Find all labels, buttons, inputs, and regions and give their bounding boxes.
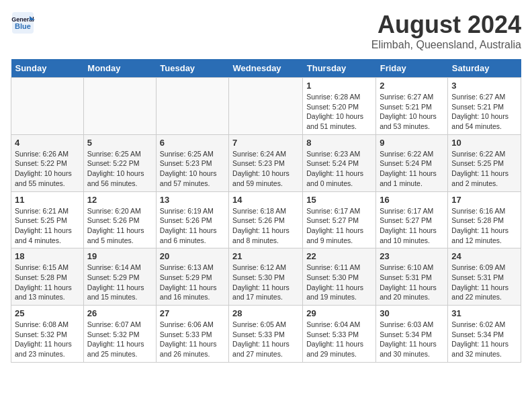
weekday-header-monday: Monday bbox=[83, 59, 156, 78]
calendar-body: 1Sunrise: 6:28 AM Sunset: 5:20 PM Daylig… bbox=[11, 78, 521, 363]
day-number: 22 bbox=[306, 251, 372, 261]
day-number: 21 bbox=[232, 251, 299, 261]
svg-text:Blue: Blue bbox=[15, 22, 31, 30]
day-info: Sunrise: 6:13 AM Sunset: 5:29 PM Dayligh… bbox=[160, 263, 225, 302]
day-number: 20 bbox=[160, 251, 225, 261]
day-info: Sunrise: 6:17 AM Sunset: 5:27 PM Dayligh… bbox=[380, 206, 444, 246]
day-number: 2 bbox=[380, 81, 444, 91]
calendar-cell: 3Sunrise: 6:27 AM Sunset: 5:21 PM Daylig… bbox=[448, 78, 521, 135]
day-info: Sunrise: 6:05 AM Sunset: 5:33 PM Dayligh… bbox=[232, 320, 299, 359]
day-info: Sunrise: 6:04 AM Sunset: 5:33 PM Dayligh… bbox=[306, 320, 372, 359]
weekday-header-row: SundayMondayTuesdayWednesdayThursdayFrid… bbox=[11, 59, 521, 78]
day-number: 7 bbox=[232, 138, 299, 148]
calendar-cell: 1Sunrise: 6:28 AM Sunset: 5:20 PM Daylig… bbox=[303, 78, 376, 135]
day-info: Sunrise: 6:20 AM Sunset: 5:26 PM Dayligh… bbox=[87, 206, 152, 246]
day-number: 30 bbox=[380, 308, 444, 318]
weekday-header-tuesday: Tuesday bbox=[156, 59, 228, 78]
calendar-cell: 28Sunrise: 6:05 AM Sunset: 5:33 PM Dayli… bbox=[229, 306, 303, 363]
calendar-cell bbox=[229, 78, 303, 135]
day-info: Sunrise: 6:10 AM Sunset: 5:31 PM Dayligh… bbox=[380, 263, 444, 302]
calendar-cell: 13Sunrise: 6:19 AM Sunset: 5:26 PM Dayli… bbox=[156, 191, 228, 248]
calendar-cell: 14Sunrise: 6:18 AM Sunset: 5:26 PM Dayli… bbox=[229, 191, 303, 248]
day-info: Sunrise: 6:06 AM Sunset: 5:33 PM Dayligh… bbox=[160, 320, 225, 359]
day-info: Sunrise: 6:22 AM Sunset: 5:24 PM Dayligh… bbox=[380, 149, 444, 189]
day-number: 1 bbox=[306, 81, 372, 91]
calendar-cell bbox=[156, 78, 228, 135]
day-info: Sunrise: 6:18 AM Sunset: 5:26 PM Dayligh… bbox=[232, 206, 299, 246]
calendar-cell: 16Sunrise: 6:17 AM Sunset: 5:27 PM Dayli… bbox=[376, 191, 448, 248]
weekday-header-saturday: Saturday bbox=[448, 59, 521, 78]
day-number: 8 bbox=[306, 138, 372, 148]
calendar-cell: 2Sunrise: 6:27 AM Sunset: 5:21 PM Daylig… bbox=[376, 78, 448, 135]
week-row-3: 11Sunrise: 6:21 AM Sunset: 5:25 PM Dayli… bbox=[11, 191, 521, 248]
calendar-title: August 2024 bbox=[371, 11, 521, 39]
calendar-cell: 21Sunrise: 6:12 AM Sunset: 5:30 PM Dayli… bbox=[229, 248, 303, 306]
day-number: 18 bbox=[15, 251, 80, 261]
day-info: Sunrise: 6:28 AM Sunset: 5:20 PM Dayligh… bbox=[306, 92, 372, 132]
day-number: 27 bbox=[160, 308, 225, 318]
weekday-header-friday: Friday bbox=[376, 59, 448, 78]
day-info: Sunrise: 6:23 AM Sunset: 5:24 PM Dayligh… bbox=[306, 149, 372, 189]
day-info: Sunrise: 6:15 AM Sunset: 5:28 PM Dayligh… bbox=[15, 263, 80, 302]
calendar-cell: 10Sunrise: 6:22 AM Sunset: 5:25 PM Dayli… bbox=[448, 134, 521, 191]
day-number: 25 bbox=[15, 308, 80, 318]
calendar-cell: 26Sunrise: 6:07 AM Sunset: 5:32 PM Dayli… bbox=[83, 306, 156, 363]
calendar-subtitle: Elimbah, Queensland, Australia bbox=[371, 39, 521, 51]
logo-icon: General Blue bbox=[11, 11, 35, 35]
calendar-table: SundayMondayTuesdayWednesdayThursdayFrid… bbox=[11, 59, 521, 363]
day-number: 6 bbox=[160, 138, 225, 148]
calendar-cell: 12Sunrise: 6:20 AM Sunset: 5:26 PM Dayli… bbox=[83, 191, 156, 248]
weekday-header-thursday: Thursday bbox=[303, 59, 376, 78]
day-info: Sunrise: 6:24 AM Sunset: 5:23 PM Dayligh… bbox=[232, 149, 299, 189]
day-number: 15 bbox=[306, 195, 372, 205]
day-info: Sunrise: 6:27 AM Sunset: 5:21 PM Dayligh… bbox=[380, 92, 444, 132]
day-number: 16 bbox=[380, 195, 444, 205]
page-header: General Blue August 2024 Elimbah, Queens… bbox=[11, 11, 521, 51]
weekday-header-wednesday: Wednesday bbox=[229, 59, 303, 78]
day-info: Sunrise: 6:19 AM Sunset: 5:26 PM Dayligh… bbox=[160, 206, 225, 246]
day-info: Sunrise: 6:11 AM Sunset: 5:30 PM Dayligh… bbox=[306, 263, 372, 302]
calendar-cell: 6Sunrise: 6:25 AM Sunset: 5:23 PM Daylig… bbox=[156, 134, 228, 191]
day-number: 26 bbox=[87, 308, 152, 318]
day-info: Sunrise: 6:03 AM Sunset: 5:34 PM Dayligh… bbox=[380, 320, 444, 359]
day-info: Sunrise: 6:25 AM Sunset: 5:23 PM Dayligh… bbox=[160, 149, 225, 189]
week-row-1: 1Sunrise: 6:28 AM Sunset: 5:20 PM Daylig… bbox=[11, 78, 521, 135]
day-number: 11 bbox=[15, 195, 80, 205]
calendar-cell: 19Sunrise: 6:14 AM Sunset: 5:29 PM Dayli… bbox=[83, 248, 156, 306]
calendar-cell: 9Sunrise: 6:22 AM Sunset: 5:24 PM Daylig… bbox=[376, 134, 448, 191]
day-number: 4 bbox=[15, 138, 80, 148]
calendar-cell: 4Sunrise: 6:26 AM Sunset: 5:22 PM Daylig… bbox=[11, 134, 84, 191]
day-info: Sunrise: 6:12 AM Sunset: 5:30 PM Dayligh… bbox=[232, 263, 299, 302]
calendar-cell: 8Sunrise: 6:23 AM Sunset: 5:24 PM Daylig… bbox=[303, 134, 376, 191]
day-info: Sunrise: 6:17 AM Sunset: 5:27 PM Dayligh… bbox=[306, 206, 372, 246]
week-row-2: 4Sunrise: 6:26 AM Sunset: 5:22 PM Daylig… bbox=[11, 134, 521, 191]
calendar-cell: 31Sunrise: 6:02 AM Sunset: 5:34 PM Dayli… bbox=[448, 306, 521, 363]
calendar-cell bbox=[11, 78, 84, 135]
title-section: August 2024 Elimbah, Queensland, Austral… bbox=[371, 11, 521, 51]
day-info: Sunrise: 6:26 AM Sunset: 5:22 PM Dayligh… bbox=[15, 149, 80, 189]
day-number: 19 bbox=[87, 251, 152, 261]
day-number: 10 bbox=[451, 138, 517, 148]
day-number: 17 bbox=[451, 195, 517, 205]
day-number: 3 bbox=[451, 81, 517, 91]
calendar-cell: 24Sunrise: 6:09 AM Sunset: 5:31 PM Dayli… bbox=[448, 248, 521, 306]
calendar-cell: 7Sunrise: 6:24 AM Sunset: 5:23 PM Daylig… bbox=[229, 134, 303, 191]
day-info: Sunrise: 6:14 AM Sunset: 5:29 PM Dayligh… bbox=[87, 263, 152, 302]
day-info: Sunrise: 6:21 AM Sunset: 5:25 PM Dayligh… bbox=[15, 206, 80, 246]
day-number: 13 bbox=[160, 195, 225, 205]
weekday-header-sunday: Sunday bbox=[11, 59, 84, 78]
calendar-cell: 5Sunrise: 6:25 AM Sunset: 5:22 PM Daylig… bbox=[83, 134, 156, 191]
day-number: 31 bbox=[451, 308, 517, 318]
logo: General Blue bbox=[11, 11, 35, 35]
calendar-cell: 22Sunrise: 6:11 AM Sunset: 5:30 PM Dayli… bbox=[303, 248, 376, 306]
week-row-4: 18Sunrise: 6:15 AM Sunset: 5:28 PM Dayli… bbox=[11, 248, 521, 306]
calendar-cell: 17Sunrise: 6:16 AM Sunset: 5:28 PM Dayli… bbox=[448, 191, 521, 248]
day-info: Sunrise: 6:16 AM Sunset: 5:28 PM Dayligh… bbox=[451, 206, 517, 246]
day-number: 12 bbox=[87, 195, 152, 205]
week-row-5: 25Sunrise: 6:08 AM Sunset: 5:32 PM Dayli… bbox=[11, 306, 521, 363]
calendar-cell: 15Sunrise: 6:17 AM Sunset: 5:27 PM Dayli… bbox=[303, 191, 376, 248]
calendar-cell: 11Sunrise: 6:21 AM Sunset: 5:25 PM Dayli… bbox=[11, 191, 84, 248]
calendar-cell: 23Sunrise: 6:10 AM Sunset: 5:31 PM Dayli… bbox=[376, 248, 448, 306]
day-number: 9 bbox=[380, 138, 444, 148]
calendar-cell: 29Sunrise: 6:04 AM Sunset: 5:33 PM Dayli… bbox=[303, 306, 376, 363]
